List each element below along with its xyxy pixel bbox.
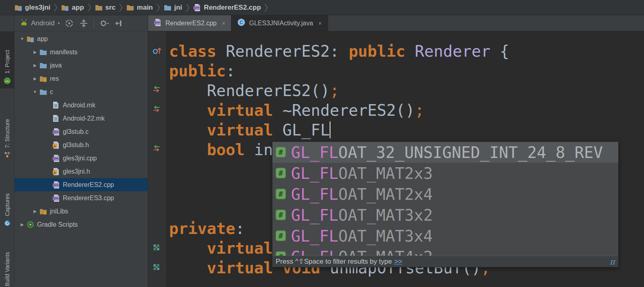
tree-item-res[interactable]: ▶res [14,72,148,85]
tree-item-manifests[interactable]: ▶manifests [14,45,148,59]
code-line: public: [169,61,509,81]
breadcrumb-label: main [137,4,153,12]
code-token: virtual [169,239,273,257]
completion-match-text: GL_FL [291,185,338,203]
tree-item-label: manifests [50,49,77,56]
svg-text:#: # [279,148,283,156]
tree-expanded-arrow-icon[interactable]: ▼ [31,90,39,94]
tree-item-gles3jni-cpp[interactable]: C++gles3jni.cpp [14,152,148,165]
tree-collapsed-arrow-icon[interactable]: ▶ [31,50,39,54]
tree-item-c[interactable]: ▼c [14,85,148,98]
project-tree: ▼app▶manifests▶java▶res▼cAndroid.mkAndro… [14,32,148,231]
file-cpp-icon: C++ [52,181,61,189]
gutter-override-icon[interactable] [153,47,162,56]
tree-expanded-arrow-icon[interactable]: ▼ [18,37,27,41]
gear-button[interactable] [99,18,109,29]
code-token: public [169,62,226,80]
gutter-impl-icon[interactable] [153,86,161,94]
tree-item-label: Android.mk [63,102,95,109]
tree-item-label: java [50,62,62,69]
completion-item-gl_float_mat2x4[interactable]: #GL_FLOAT_MAT2x4 [272,184,618,205]
tree-item-label: RendererES3.cpp [63,195,114,202]
autocomplete-popup: #GL_FLOAT_32_UNSIGNED_INT_24_8_REV#GL_FL… [272,141,619,267]
stripe-tab----structure[interactable]: 7: Structure [0,96,14,162]
tree-item-gl3stub-c[interactable]: C++gl3stub.c [14,125,148,138]
gutter-impl-icon[interactable] [153,145,161,153]
breadcrumb-separator-icon [54,3,58,12]
tree-item-label: app [37,35,48,43]
gutter-cross-icon[interactable] [153,263,160,273]
breadcrumb-item-src[interactable]: src [95,4,116,12]
completion-item-gl_float_32_unsigned_int_24_8_rev[interactable]: #GL_FLOAT_32_UNSIGNED_INT_24_8_REV [272,142,618,163]
tree-item-gl3stub-h[interactable]: hgl3stub.h [14,138,148,152]
breadcrumb-item-jni[interactable]: jni [164,4,182,12]
code-token: public [349,42,405,60]
code-token: in [245,141,273,159]
project-view-selector[interactable]: Android▾ [20,19,60,28]
completion-item-label: GL_FLOAT_32_UNSIGNED_INT_24_8_REV [291,144,603,162]
file-cpp-icon: C++ [52,154,61,162]
more-results-link[interactable]: >> [394,258,402,266]
stripe-tab----project[interactable]: 1: Project [0,31,14,88]
hide-button[interactable] [114,18,124,29]
tree-item-gradle-scripts[interactable]: ▶Gradle Scripts [14,218,148,231]
breadcrumb-item-main[interactable]: main [126,4,153,12]
editor-tab-gles3jniactivity-java[interactable]: CGLES3JNIActivity.java× [231,15,328,31]
tree-collapsed-arrow-icon[interactable]: ▶ [31,209,39,213]
tree-item-android-22-mk[interactable]: Android-22.mk [14,112,148,125]
stripe-tab-label: Captures [4,193,10,216]
breadcrumb-item-app[interactable]: app [61,4,84,12]
toolbar-divider [94,19,94,28]
file-cpp-icon: C++ [52,194,61,202]
gutter-impl-icon[interactable] [153,106,161,114]
folder-res-icon [39,208,48,215]
tree-item-rendereres2-cpp[interactable]: C++RendererES2.cpp [14,178,148,191]
stripe-tab-build-variants[interactable]: Build Variants [0,236,14,287]
svg-text:h: h [54,170,56,174]
target-button[interactable] [64,18,74,29]
breadcrumb-label: app [72,4,84,12]
tree-collapsed-arrow-icon[interactable]: ▶ [31,76,39,81]
collapse-button[interactable] [78,18,89,29]
define-icon: # [275,185,286,203]
tree-collapsed-arrow-icon[interactable]: ▶ [18,222,27,227]
breadcrumb-item-gles3jni[interactable]: gles3jni [14,4,50,12]
file-cpp-icon: C++ [193,4,201,12]
code-token: : [235,219,244,238]
chevron-down-icon: ▾ [58,21,60,25]
stripe-tab-label: 7: Structure [4,119,10,148]
code-token: bool [169,141,245,159]
completion-item-gl_float_mat2x3[interactable]: #GL_FLOAT_MAT2x3 [272,163,618,184]
define-icon: # [275,206,286,224]
completion-match-text: GL_FL [291,206,338,224]
editor-tab-rendereres2-cpp[interactable]: C++RendererES2.cpp× [148,15,231,31]
breadcrumb-item-RendererES2.cpp[interactable]: C++RendererES2.cpp [193,4,261,12]
file-mk-icon [52,115,61,122]
completion-rest-text: OAT_MAT2x4 [338,185,433,203]
tree-item-java[interactable]: ▶java [14,59,148,72]
gutter-cross-icon[interactable] [153,244,160,253]
text-caret [330,121,330,138]
code-token: ; [330,82,339,100]
tab-close-icon[interactable]: × [318,20,322,27]
tree-collapsed-arrow-icon[interactable]: ▶ [31,63,39,68]
breadcrumb-separator-icon [264,3,268,12]
file-mk-icon [52,101,61,109]
editor-gutter [148,31,166,287]
tree-item-app[interactable]: ▼app [14,32,148,45]
completion-item-gl_float_mat3x2[interactable]: #GL_FLOAT_MAT3x2 [272,205,618,226]
tree-item-rendereres3-cpp[interactable]: C++RendererES3.cpp [14,191,148,205]
svg-text:C++: C++ [53,184,58,187]
completion-item-label: GL_FLOAT_MAT2x4 [291,185,433,203]
tree-item-jnilibs[interactable]: ▶jniLibs [14,205,148,218]
tree-item-gles3jni-h[interactable]: hgles3jni.h [14,165,148,178]
folder-blue-icon [39,62,48,69]
tab-close-icon[interactable]: × [222,20,225,27]
tree-item-android-mk[interactable]: Android.mk [14,98,148,112]
stripe-tab-captures[interactable]: Captures [0,176,14,230]
completion-item-gl_float_mat3x4[interactable]: #GL_FLOAT_MAT3x4 [272,226,618,246]
tree-item-label: jniLibs [50,208,68,215]
folder-res-icon [39,75,48,82]
file-cpp-icon: C++ [52,128,61,136]
folder-blue-icon [164,4,171,11]
